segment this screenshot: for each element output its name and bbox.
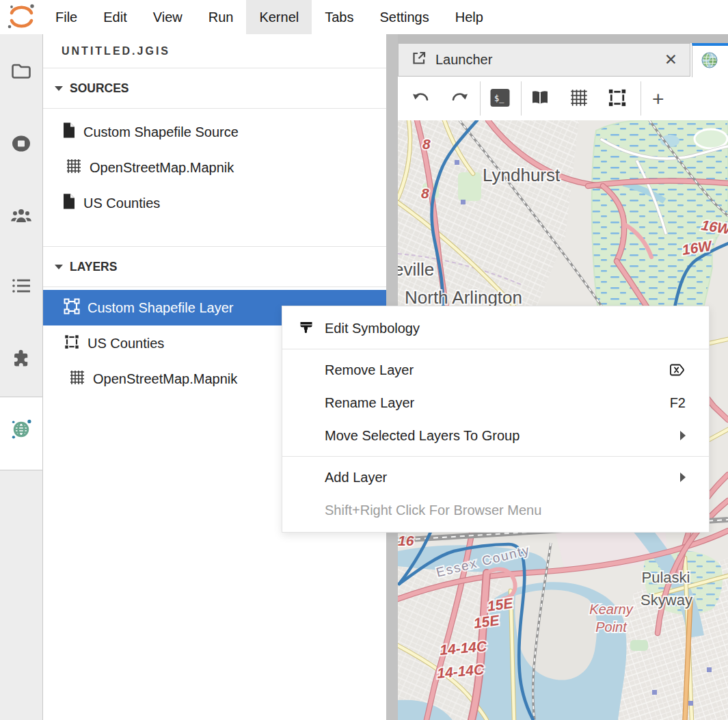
tab-launcher[interactable]: Launcher ✕ bbox=[398, 43, 690, 77]
activity-bar bbox=[0, 34, 43, 720]
label-pulaski: Pulaski bbox=[642, 569, 690, 586]
table-of-contents-icon[interactable] bbox=[11, 277, 31, 297]
layer-item-label: US Counties bbox=[87, 336, 164, 351]
undo-icon[interactable] bbox=[412, 90, 429, 109]
label-8-2: 8 bbox=[421, 185, 429, 201]
sources-header-label: SOURCES bbox=[70, 81, 129, 96]
menu-kernel[interactable]: Kernel bbox=[246, 0, 312, 34]
label-8-1: 8 bbox=[422, 136, 431, 152]
menu-tabs[interactable]: Tabs bbox=[312, 0, 366, 34]
file-icon bbox=[62, 193, 76, 213]
remove-box-icon bbox=[668, 362, 686, 377]
vector-polygon-icon[interactable] bbox=[607, 88, 628, 111]
label-kearny: Kearny bbox=[589, 602, 633, 617]
extensions-icon[interactable] bbox=[11, 349, 31, 372]
menu-run[interactable]: Run bbox=[196, 0, 247, 34]
sources-list: Custom Shapefile Source OpenStreetMap.Ma… bbox=[43, 114, 386, 221]
collaboration-icon[interactable] bbox=[10, 207, 33, 228]
add-tab-button[interactable]: + bbox=[652, 88, 664, 111]
menu-file[interactable]: File bbox=[42, 0, 90, 34]
menu-item-label: Edit Symbology bbox=[325, 321, 420, 336]
symbology-brush-icon bbox=[296, 320, 316, 336]
menu-item-label: Shift+Right Click For Browser Menu bbox=[325, 503, 541, 518]
jupytergis-logo bbox=[0, 0, 42, 34]
label-16: 16 bbox=[398, 533, 414, 548]
collapse-caret-icon bbox=[55, 86, 63, 91]
menu-item-move-layers-to-group[interactable]: Move Selected Layers To Group bbox=[282, 419, 709, 452]
label-eville: eville bbox=[398, 259, 434, 280]
label-lyndhurst: Lyndhurst bbox=[483, 165, 561, 185]
menu-item-remove-layer[interactable]: Remove Layer bbox=[282, 354, 709, 386]
submenu-arrow-icon bbox=[680, 431, 686, 440]
source-item-custom-shapefile[interactable]: Custom Shapefile Source bbox=[43, 114, 386, 150]
layers-header-label: LAYERS bbox=[70, 260, 117, 274]
toolbar-separator bbox=[641, 81, 641, 116]
toolbar-separator bbox=[521, 81, 522, 116]
jupytergis-globe-icon[interactable] bbox=[10, 418, 33, 444]
source-item-us-counties[interactable]: US Counties bbox=[43, 185, 386, 221]
layer-item-label: Custom Shapefile Layer bbox=[87, 300, 233, 316]
toolbar-separator bbox=[480, 81, 481, 116]
redo-icon[interactable] bbox=[451, 90, 469, 109]
layer-context-menu: Edit Symbology Remove Layer Rename Layer… bbox=[282, 306, 710, 533]
menu-separator bbox=[282, 349, 709, 349]
source-item-label: Custom Shapefile Source bbox=[83, 124, 239, 140]
label-point: Point bbox=[595, 619, 628, 635]
launcher-icon bbox=[411, 50, 427, 70]
label-skyway: Skyway bbox=[641, 591, 692, 609]
source-item-label: OpenStreetMap.Mapnik bbox=[90, 160, 234, 176]
source-item-label: US Counties bbox=[83, 196, 160, 211]
close-icon[interactable]: ✕ bbox=[664, 52, 677, 68]
menu-item-rename-layer[interactable]: Rename Layer F2 bbox=[282, 386, 709, 419]
tab-launcher-label: Launcher bbox=[435, 52, 492, 68]
menubar: File Edit View Run Kernel Tabs Settings … bbox=[0, 0, 728, 35]
open-book-icon[interactable] bbox=[530, 90, 550, 109]
map-toolbar: $_ bbox=[398, 77, 728, 121]
terminal-glyph: $_ bbox=[494, 93, 504, 103]
layers-section-header[interactable]: LAYERS bbox=[43, 246, 398, 287]
menu-item-shortcut: F2 bbox=[670, 395, 686, 411]
menu-view[interactable]: View bbox=[140, 0, 196, 34]
submenu-arrow-icon bbox=[680, 472, 686, 482]
label-north-arlington: North Arlington bbox=[405, 287, 522, 308]
file-browser-icon[interactable] bbox=[11, 62, 31, 82]
running-kernels-icon[interactable] bbox=[10, 134, 32, 156]
menu-settings[interactable]: Settings bbox=[366, 0, 442, 34]
sources-section-header[interactable]: SOURCES bbox=[43, 68, 386, 109]
panel-title: UNTITLED.JGIS bbox=[43, 34, 386, 68]
tab-jgis-document[interactable] bbox=[692, 43, 728, 77]
raster-grid-icon bbox=[66, 158, 82, 178]
menu-item-edit-symbology[interactable]: Edit Symbology bbox=[282, 312, 709, 345]
vector-layer-icon bbox=[64, 298, 80, 318]
terminal-icon[interactable]: $_ bbox=[490, 88, 510, 109]
source-item-osm[interactable]: OpenStreetMap.Mapnik bbox=[43, 150, 386, 185]
vector-layer-icon bbox=[64, 334, 80, 354]
menu-item-label: Rename Layer bbox=[325, 395, 414, 411]
collapse-caret-icon bbox=[55, 265, 63, 269]
menu-item-browser-menu-hint: Shift+Right Click For Browser Menu bbox=[282, 494, 709, 526]
jgis-globe-icon bbox=[701, 51, 718, 72]
tab-bar: Launcher ✕ bbox=[398, 43, 728, 78]
menu-item-label: Remove Layer bbox=[325, 362, 414, 378]
menu-item-add-layer[interactable]: Add Layer bbox=[282, 461, 709, 494]
menu-edit[interactable]: Edit bbox=[90, 0, 139, 34]
jupytergis-app: File Edit View Run Kernel Tabs Settings … bbox=[0, 0, 728, 720]
raster-grid-icon bbox=[69, 369, 85, 389]
menu-item-label: Add Layer bbox=[325, 470, 387, 485]
dock-panel-band bbox=[398, 34, 728, 43]
raster-grid-icon[interactable] bbox=[569, 88, 589, 110]
file-icon bbox=[62, 122, 76, 142]
menu-separator bbox=[282, 456, 709, 457]
layer-item-label: OpenStreetMap.Mapnik bbox=[93, 371, 237, 387]
menu-help[interactable]: Help bbox=[442, 0, 496, 34]
menu-item-label: Move Selected Layers To Group bbox=[325, 428, 520, 444]
